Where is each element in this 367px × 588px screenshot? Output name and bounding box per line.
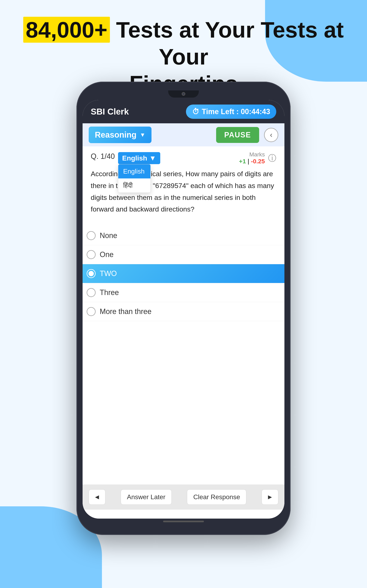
phone-notch [168, 90, 199, 98]
option-none[interactable]: None [83, 226, 284, 245]
subject-label: Reasoning [95, 130, 136, 139]
marks-section: Marks +1 | -0.25 [239, 151, 265, 165]
subject-dropdown[interactable]: Reasoning ▼ [89, 127, 151, 143]
option-three[interactable]: Three [83, 283, 284, 302]
radio-two [87, 269, 96, 278]
question-meta: Q. 1/40 English ▼ English हिंदी [91, 151, 276, 165]
language-dropdown: English हिंदी [118, 164, 151, 193]
marks-positive: +1 [239, 158, 246, 164]
app-title: SBI Clerk [91, 107, 129, 117]
phone-outer: SBI Clerk ⏱ Time Left : 00:44:43 Reasoni… [76, 82, 291, 535]
header-title-part2: Tests at Your [116, 17, 254, 42]
phone-home-indicator [163, 521, 204, 522]
pause-button[interactable]: PAUSE [216, 127, 259, 143]
next-icon: ► [267, 493, 273, 501]
radio-two-inner [89, 271, 94, 276]
option-none-label: None [100, 231, 117, 240]
option-three-label: Three [100, 288, 119, 297]
marks-label: Marks [239, 151, 265, 158]
option-one[interactable]: One [83, 245, 284, 264]
info-icon[interactable]: ⓘ [268, 153, 276, 164]
option-more-than-three[interactable]: More than three [83, 302, 284, 321]
radio-none [87, 231, 96, 240]
phone-bottom-bar [83, 521, 284, 529]
prev-button[interactable]: ◄ [89, 489, 105, 505]
screen-topbar: SBI Clerk ⏱ Time Left : 00:44:43 [83, 100, 284, 123]
option-two-label: TWO [100, 269, 117, 278]
radio-three [87, 288, 96, 297]
lang-option-english[interactable]: English [118, 164, 150, 178]
question-area: Q. 1/40 English ▼ English हिंदी [83, 146, 284, 226]
clear-response-button[interactable]: Clear Response [187, 489, 246, 505]
option-two[interactable]: TWO [83, 264, 284, 283]
empty-space [83, 321, 284, 484]
back-button[interactable]: ‹ [264, 128, 278, 142]
marks-negative: -0.25 [251, 158, 265, 164]
lang-arrow-icon: ▼ [149, 154, 156, 162]
timer-label: Time Left : 00:44:43 [202, 107, 270, 116]
radio-one [87, 250, 96, 259]
option-one-label: One [100, 250, 114, 259]
back-icon: ‹ [270, 131, 272, 139]
radio-more-than-three [87, 307, 96, 316]
timer-badge: ⏱ Time Left : 00:44:43 [186, 104, 276, 119]
language-selector[interactable]: English ▼ English हिंदी [118, 152, 160, 164]
answer-later-button[interactable]: Answer Later [121, 489, 172, 505]
bottom-nav: ◄ Answer Later Clear Response ► [83, 484, 284, 510]
subject-right: PAUSE ‹ [216, 127, 278, 143]
next-button[interactable]: ► [262, 489, 278, 505]
question-number: Q. 1/40 [91, 152, 115, 161]
notch-camera [182, 92, 185, 96]
header-highlight: 84,000+ [23, 17, 110, 43]
marks-separator: | [248, 158, 251, 164]
prev-icon: ◄ [94, 493, 100, 501]
phone-wrapper: SBI Clerk ⏱ Time Left : 00:44:43 Reasoni… [76, 82, 291, 535]
dropdown-arrow-icon: ▼ [140, 132, 145, 138]
options-list: None One TWO Three [83, 226, 284, 321]
marks-value: +1 | -0.25 [239, 158, 265, 165]
language-label: English [122, 154, 147, 162]
phone-screen: SBI Clerk ⏱ Time Left : 00:44:43 Reasoni… [83, 100, 284, 519]
phone-notch-area [83, 88, 284, 100]
timer-icon: ⏱ [192, 107, 200, 116]
lang-option-hindi[interactable]: हिंदी [118, 178, 150, 192]
language-button[interactable]: English ▼ [118, 152, 160, 164]
subject-bar: Reasoning ▼ PAUSE ‹ [83, 123, 284, 146]
option-more-than-three-label: More than three [100, 307, 151, 316]
